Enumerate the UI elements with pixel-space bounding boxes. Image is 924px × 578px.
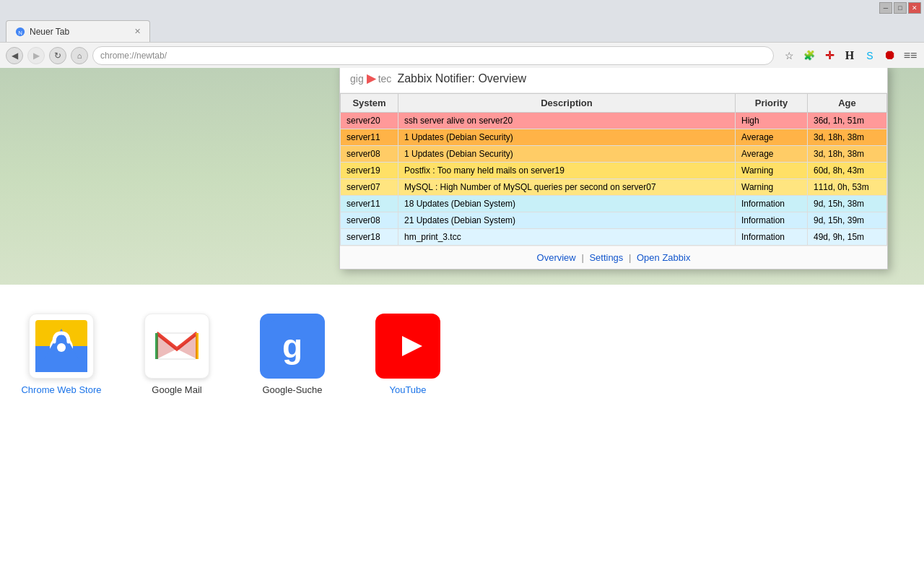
cell-system: server11 xyxy=(341,196,398,212)
bookmark-star-icon[interactable]: ☆ xyxy=(781,48,797,64)
cell-age: 36d, 1h, 51m xyxy=(808,113,887,129)
cell-description: 1 Updates (Debian Security) xyxy=(398,146,736,163)
chrome-menu-button[interactable]: ≡ xyxy=(902,48,918,64)
record-icon[interactable]: ⏺ xyxy=(882,48,898,64)
hola-icon[interactable]: H xyxy=(842,48,858,64)
cell-age: 9d, 15h, 39m xyxy=(808,212,887,229)
address-text: chrome://newtab/ xyxy=(100,51,167,61)
cell-description: hm_print_3.tcc xyxy=(398,229,736,246)
open-zabbix-link[interactable]: Open Zabbix xyxy=(637,252,690,263)
app-youtube[interactable]: YouTube xyxy=(361,314,455,395)
skype-icon[interactable]: S xyxy=(862,48,878,64)
table-header-row: System Description Priority Age xyxy=(341,94,887,113)
youtube-label: YouTube xyxy=(389,384,426,395)
cell-priority: Warning xyxy=(736,163,808,179)
table-row[interactable]: server07 MySQL : High Number of MySQL qu… xyxy=(341,179,887,196)
app-chrome-web-store[interactable]: Chrome Web Store xyxy=(14,314,108,395)
google-search-label: Google-Suche xyxy=(262,384,322,395)
cell-age: 3d, 18h, 38m xyxy=(808,146,887,163)
col-system: System xyxy=(341,94,398,113)
table-row[interactable]: server08 1 Updates (Debian Security) Ave… xyxy=(341,146,887,163)
minimize-button[interactable]: ─ xyxy=(879,2,892,14)
cell-age: 9d, 15h, 38m xyxy=(808,196,887,212)
settings-link[interactable]: Settings xyxy=(589,252,623,263)
title-bar: ─ □ ✕ xyxy=(0,0,924,16)
address-bar[interactable]: chrome://newtab/ xyxy=(92,46,774,65)
cell-priority: Information xyxy=(736,196,808,212)
cell-age: 111d, 0h, 53m xyxy=(808,179,887,196)
table-row[interactable]: server18 hm_print_3.tcc Information 49d,… xyxy=(341,229,887,246)
cell-description: MySQL : High Number of MySQL queries per… xyxy=(398,179,736,196)
sep2: | xyxy=(629,252,634,263)
cell-system: server07 xyxy=(341,179,398,196)
chrome-web-store-label: Chrome Web Store xyxy=(21,384,101,395)
cell-priority: Average xyxy=(736,146,808,163)
cell-age: 60d, 8h, 43m xyxy=(808,163,887,179)
cell-system: server08 xyxy=(341,212,398,229)
cell-description: ssh server alive on server20 xyxy=(398,113,736,129)
youtube-icon xyxy=(375,314,440,379)
toolbar-icons: ☆ 🧩 ✛ H S ⏺ ≡ xyxy=(781,48,918,64)
apps-grid: Chrome Web Store Google Mail xyxy=(0,314,924,395)
brand-prefix: gig xyxy=(350,73,364,85)
cell-priority: Information xyxy=(736,229,808,246)
tab-label: Neuer Tab xyxy=(30,27,69,37)
col-age: Age xyxy=(808,94,887,113)
back-button[interactable]: ◀ xyxy=(6,47,23,64)
cell-description: 18 Updates (Debian System) xyxy=(398,196,736,212)
cell-age: 49d, 9h, 15m xyxy=(808,229,887,246)
cell-system: server19 xyxy=(341,163,398,179)
table-row[interactable]: server19 Postfix : Too many held mails o… xyxy=(341,163,887,179)
google-search-icon: g xyxy=(260,314,325,379)
home-button[interactable]: ⌂ xyxy=(71,47,88,64)
cell-description: Postfix : Too many held mails on server1… xyxy=(398,163,736,179)
cell-priority: Warning xyxy=(736,179,808,196)
col-description: Description xyxy=(398,94,736,113)
popup-header: gig ▶ tec Zabbix Notifier: Overview xyxy=(340,64,887,93)
zabbix-popup: gig ▶ tec Zabbix Notifier: Overview Syst… xyxy=(339,64,888,269)
zabbix-table: System Description Priority Age server20… xyxy=(340,93,887,246)
table-row[interactable]: server11 1 Updates (Debian Security) Ave… xyxy=(341,129,887,146)
table-row[interactable]: server08 21 Updates (Debian System) Info… xyxy=(341,212,887,229)
overview-link[interactable]: Overview xyxy=(537,252,576,263)
tab-favicon: N xyxy=(15,27,25,37)
col-priority: Priority xyxy=(736,94,808,113)
lastpass-icon[interactable]: ✛ xyxy=(821,48,837,64)
gmail-icon xyxy=(144,314,209,379)
sep1: | xyxy=(581,252,586,263)
tab-close-button[interactable]: ✕ xyxy=(134,27,141,36)
chrome-web-store-icon xyxy=(29,314,94,379)
cell-priority: High xyxy=(736,113,808,129)
popup-footer: Overview | Settings | Open Zabbix xyxy=(340,246,887,269)
cell-system: server08 xyxy=(341,146,398,163)
brand-arrow-icon: ▶ xyxy=(367,72,375,85)
popup-title: Zabbix Notifier: Overview xyxy=(397,72,526,85)
svg-point-6 xyxy=(57,343,66,352)
maximize-button[interactable]: □ xyxy=(894,2,907,14)
cell-age: 3d, 18h, 38m xyxy=(808,129,887,146)
active-tab[interactable]: N Neuer Tab ✕ xyxy=(6,20,150,42)
chrome-frame: ─ □ ✕ N Neuer Tab ✕ ◀ ▶ ↻ ⌂ chrome://new… xyxy=(0,0,924,68)
svg-text:N: N xyxy=(18,29,22,35)
extension-puzzle-icon[interactable]: 🧩 xyxy=(801,48,817,64)
close-button[interactable]: ✕ xyxy=(908,2,921,14)
cell-description: 1 Updates (Debian Security) xyxy=(398,129,736,146)
cell-priority: Information xyxy=(736,212,808,229)
app-gmail[interactable]: Google Mail xyxy=(130,314,224,395)
cell-system: server20 xyxy=(341,113,398,129)
cell-priority: Average xyxy=(736,129,808,146)
table-row[interactable]: server11 18 Updates (Debian System) Info… xyxy=(341,196,887,212)
app-google-search[interactable]: g Google-Suche xyxy=(245,314,339,395)
cell-system: server11 xyxy=(341,129,398,146)
tab-bar: N Neuer Tab ✕ xyxy=(0,16,924,42)
window-controls: ─ □ ✕ xyxy=(879,2,921,14)
forward-button[interactable]: ▶ xyxy=(27,47,45,64)
brand-suffix: tec xyxy=(378,73,392,85)
omnibar: ◀ ▶ ↻ ⌂ chrome://newtab/ ☆ 🧩 ✛ H S ⏺ ≡ xyxy=(0,42,924,68)
table-row[interactable]: server20 ssh server alive on server20 Hi… xyxy=(341,113,887,129)
gmail-label: Google Mail xyxy=(152,384,201,395)
svg-text:g: g xyxy=(282,327,302,365)
reload-button[interactable]: ↻ xyxy=(49,47,66,64)
cell-system: server18 xyxy=(341,229,398,246)
cell-description: 21 Updates (Debian System) xyxy=(398,212,736,229)
